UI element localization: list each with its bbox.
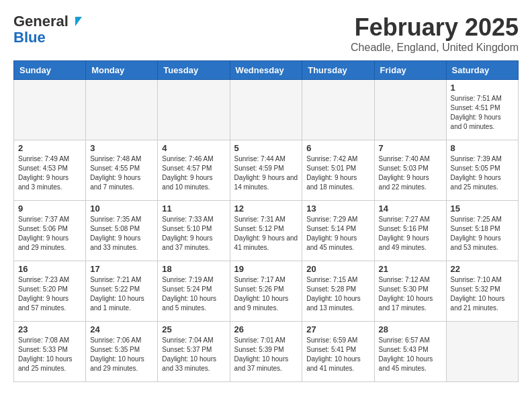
- day-info: Sunrise: 7:01 AM Sunset: 5:39 PM Dayligh…: [234, 336, 298, 373]
- day-info: Sunrise: 7:42 AM Sunset: 5:01 PM Dayligh…: [306, 154, 369, 192]
- day-number: 12: [234, 203, 298, 214]
- day-number: 24: [90, 324, 153, 334]
- calendar-subtitle: Cheadle, England, United Kingdom: [351, 42, 519, 54]
- day-info: Sunrise: 7:46 AM Sunset: 4:57 PM Dayligh…: [162, 154, 225, 192]
- day-info: Sunrise: 7:31 AM Sunset: 5:12 PM Dayligh…: [234, 215, 298, 253]
- calendar-cell: 7Sunrise: 7:40 AM Sunset: 5:03 PM Daylig…: [374, 140, 446, 201]
- day-number: 19: [234, 264, 298, 274]
- day-number: 27: [306, 324, 369, 334]
- week-row: 1Sunrise: 7:51 AM Sunset: 4:51 PM Daylig…: [14, 80, 519, 140]
- day-info: Sunrise: 7:27 AM Sunset: 5:16 PM Dayligh…: [379, 215, 442, 253]
- calendar-cell: 25Sunrise: 7:04 AM Sunset: 5:37 PM Dayli…: [158, 322, 230, 382]
- calendar-cell: 15Sunrise: 7:25 AM Sunset: 5:18 PM Dayli…: [446, 201, 518, 261]
- day-number: 3: [90, 143, 153, 153]
- weekday-header: Thursday: [302, 61, 374, 80]
- calendar-cell: 24Sunrise: 7:06 AM Sunset: 5:35 PM Dayli…: [86, 322, 158, 382]
- day-number: 4: [162, 143, 225, 153]
- calendar-cell: 3Sunrise: 7:48 AM Sunset: 4:55 PM Daylig…: [86, 140, 158, 201]
- day-info: Sunrise: 7:29 AM Sunset: 5:14 PM Dayligh…: [306, 215, 369, 253]
- day-info: Sunrise: 7:17 AM Sunset: 5:26 PM Dayligh…: [234, 275, 298, 313]
- logo-general-text: General: [13, 13, 69, 30]
- weekday-header: Sunday: [14, 61, 86, 80]
- calendar-cell: [14, 80, 86, 140]
- day-info: Sunrise: 7:04 AM Sunset: 5:37 PM Dayligh…: [162, 336, 225, 373]
- day-number: 2: [18, 143, 81, 153]
- day-number: 6: [306, 143, 369, 153]
- day-info: Sunrise: 7:37 AM Sunset: 5:06 PM Dayligh…: [18, 215, 81, 253]
- day-info: Sunrise: 7:10 AM Sunset: 5:32 PM Dayligh…: [451, 275, 514, 313]
- day-number: 22: [451, 264, 514, 274]
- calendar-cell: 11Sunrise: 7:33 AM Sunset: 5:10 PM Dayli…: [158, 201, 230, 261]
- calendar-cell: 6Sunrise: 7:42 AM Sunset: 5:01 PM Daylig…: [302, 140, 374, 201]
- day-info: Sunrise: 7:25 AM Sunset: 5:18 PM Dayligh…: [451, 215, 514, 253]
- calendar-cell: 23Sunrise: 7:08 AM Sunset: 5:33 PM Dayli…: [14, 322, 86, 382]
- calendar-cell: [302, 80, 374, 140]
- calendar-cell: 18Sunrise: 7:19 AM Sunset: 5:24 PM Dayli…: [158, 261, 230, 322]
- calendar-cell: 2Sunrise: 7:49 AM Sunset: 4:53 PM Daylig…: [14, 140, 86, 201]
- calendar-cell: 19Sunrise: 7:17 AM Sunset: 5:26 PM Dayli…: [230, 261, 302, 322]
- week-row: 2Sunrise: 7:49 AM Sunset: 4:53 PM Daylig…: [14, 140, 519, 201]
- svg-marker-0: [75, 17, 82, 26]
- day-number: 21: [379, 264, 442, 274]
- calendar-cell: 5Sunrise: 7:44 AM Sunset: 4:59 PM Daylig…: [230, 140, 302, 201]
- day-number: 16: [18, 264, 81, 274]
- calendar-cell: 1Sunrise: 7:51 AM Sunset: 4:51 PM Daylig…: [446, 80, 518, 140]
- header: General Blue February 2025 Cheadle, Engl…: [13, 13, 519, 54]
- day-number: 11: [162, 203, 225, 214]
- day-number: 13: [306, 203, 369, 214]
- day-number: 5: [234, 143, 298, 153]
- weekday-header: Monday: [86, 61, 158, 80]
- calendar-cell: 8Sunrise: 7:39 AM Sunset: 5:05 PM Daylig…: [446, 140, 518, 201]
- calendar-cell: 4Sunrise: 7:46 AM Sunset: 4:57 PM Daylig…: [158, 140, 230, 201]
- calendar-cell: [86, 80, 158, 140]
- calendar-cell: 17Sunrise: 7:21 AM Sunset: 5:22 PM Dayli…: [86, 261, 158, 322]
- calendar-table: SundayMondayTuesdayWednesdayThursdayFrid…: [13, 60, 519, 382]
- weekday-header: Tuesday: [158, 61, 230, 80]
- day-number: 9: [18, 203, 81, 214]
- calendar-cell: 27Sunrise: 6:59 AM Sunset: 5:41 PM Dayli…: [302, 322, 374, 382]
- week-row: 16Sunrise: 7:23 AM Sunset: 5:20 PM Dayli…: [14, 261, 519, 322]
- day-number: 7: [379, 143, 442, 153]
- calendar-cell: [158, 80, 230, 140]
- day-number: 14: [379, 203, 442, 214]
- day-number: 8: [451, 143, 514, 153]
- day-number: 15: [451, 203, 514, 214]
- logo: General Blue: [13, 13, 82, 46]
- week-row: 9Sunrise: 7:37 AM Sunset: 5:06 PM Daylig…: [14, 201, 519, 261]
- day-info: Sunrise: 6:57 AM Sunset: 5:43 PM Dayligh…: [379, 336, 442, 373]
- calendar-cell: 12Sunrise: 7:31 AM Sunset: 5:12 PM Dayli…: [230, 201, 302, 261]
- calendar-cell: 14Sunrise: 7:27 AM Sunset: 5:16 PM Dayli…: [374, 201, 446, 261]
- day-info: Sunrise: 7:33 AM Sunset: 5:10 PM Dayligh…: [162, 215, 225, 253]
- day-info: Sunrise: 7:51 AM Sunset: 4:51 PM Dayligh…: [451, 94, 514, 132]
- weekday-header: Friday: [374, 61, 446, 80]
- calendar-cell: 22Sunrise: 7:10 AM Sunset: 5:32 PM Dayli…: [446, 261, 518, 322]
- day-info: Sunrise: 7:35 AM Sunset: 5:08 PM Dayligh…: [90, 215, 153, 253]
- day-info: Sunrise: 7:49 AM Sunset: 4:53 PM Dayligh…: [18, 154, 81, 192]
- calendar-cell: [374, 80, 446, 140]
- day-info: Sunrise: 7:39 AM Sunset: 5:05 PM Dayligh…: [451, 154, 514, 192]
- logo-icon: [70, 15, 82, 28]
- calendar-cell: 13Sunrise: 7:29 AM Sunset: 5:14 PM Dayli…: [302, 201, 374, 261]
- day-info: Sunrise: 7:19 AM Sunset: 5:24 PM Dayligh…: [162, 275, 225, 313]
- day-info: Sunrise: 7:40 AM Sunset: 5:03 PM Dayligh…: [379, 154, 442, 192]
- day-number: 1: [451, 83, 514, 93]
- logo-blue-text: Blue: [13, 30, 46, 46]
- weekday-header: Saturday: [446, 61, 518, 80]
- day-number: 25: [162, 324, 225, 334]
- weekday-header-row: SundayMondayTuesdayWednesdayThursdayFrid…: [14, 61, 519, 80]
- calendar-cell: 28Sunrise: 6:57 AM Sunset: 5:43 PM Dayli…: [374, 322, 446, 382]
- day-number: 18: [162, 264, 225, 274]
- calendar-cell: 9Sunrise: 7:37 AM Sunset: 5:06 PM Daylig…: [14, 201, 86, 261]
- calendar-cell: [230, 80, 302, 140]
- calendar-title: February 2025: [351, 13, 519, 42]
- day-number: 26: [234, 324, 298, 334]
- day-info: Sunrise: 7:08 AM Sunset: 5:33 PM Dayligh…: [18, 336, 81, 373]
- day-info: Sunrise: 7:06 AM Sunset: 5:35 PM Dayligh…: [90, 336, 153, 373]
- day-info: Sunrise: 7:23 AM Sunset: 5:20 PM Dayligh…: [18, 275, 81, 313]
- week-row: 23Sunrise: 7:08 AM Sunset: 5:33 PM Dayli…: [14, 322, 519, 382]
- day-info: Sunrise: 7:15 AM Sunset: 5:28 PM Dayligh…: [306, 275, 369, 313]
- day-number: 17: [90, 264, 153, 274]
- calendar-cell: 10Sunrise: 7:35 AM Sunset: 5:08 PM Dayli…: [86, 201, 158, 261]
- calendar-cell: [446, 322, 518, 382]
- day-number: 20: [306, 264, 369, 274]
